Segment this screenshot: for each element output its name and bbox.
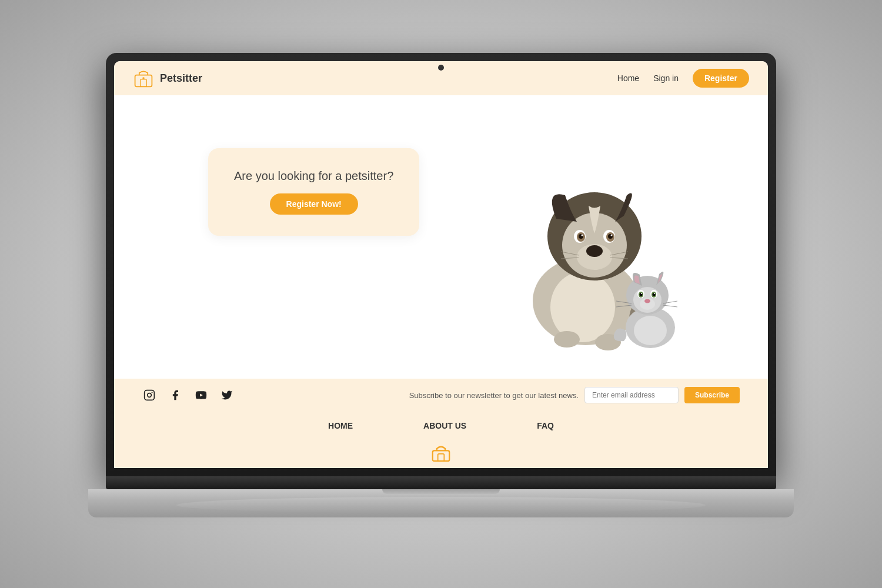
footer-logo-area	[114, 440, 768, 468]
laptop-frame: Petsitter Home Sign in Register Are you …	[88, 53, 794, 535]
svg-point-4	[550, 272, 615, 342]
svg-rect-44	[433, 450, 449, 461]
newsletter-label: Subscribe to our newsletter to get our l…	[409, 391, 579, 400]
instagram-icon[interactable]	[142, 388, 156, 402]
nav-area: Home Sign in Register	[617, 69, 749, 88]
svg-point-15	[582, 235, 583, 236]
laptop-body: Petsitter Home Sign in Register Are you …	[106, 53, 776, 476]
logo-area: Petsitter	[133, 68, 202, 89]
laptop-hinge	[106, 476, 776, 489]
svg-rect-41	[145, 390, 155, 400]
social-icons	[142, 388, 234, 402]
logo-icon	[133, 68, 154, 89]
pet-image-area	[474, 107, 697, 354]
logo-text: Petsitter	[160, 72, 202, 85]
svg-rect-45	[438, 454, 445, 461]
svg-point-17	[554, 331, 580, 348]
svg-point-24	[644, 299, 650, 303]
svg-rect-0	[135, 75, 152, 87]
email-input[interactable]	[584, 387, 679, 403]
footer-nav: HOME ABOUT US FAQ	[114, 412, 768, 440]
newsletter-area: Subscribe to our newsletter to get our l…	[409, 387, 740, 403]
footer-nav-faq[interactable]: FAQ	[537, 421, 554, 430]
svg-point-43	[152, 392, 153, 393]
svg-point-20	[634, 316, 667, 345]
register-button[interactable]: Register	[693, 69, 749, 88]
webcam	[438, 65, 444, 71]
footer-nav-home[interactable]: HOME	[328, 421, 353, 430]
hero-tagline: Are you looking for a petsitter?	[234, 169, 393, 183]
svg-rect-1	[141, 79, 147, 87]
svg-line-36	[663, 305, 677, 307]
footer-logo-icon	[430, 443, 452, 462]
screen: Petsitter Home Sign in Register Are you …	[114, 61, 768, 468]
footer-top: Subscribe to our newsletter to get our l…	[114, 379, 768, 412]
trackpad-notch	[382, 489, 500, 494]
hero-card: Are you looking for a petsitter? Registe…	[208, 148, 419, 236]
nav-signin[interactable]: Sign in	[653, 74, 679, 83]
svg-point-42	[148, 393, 152, 397]
laptop-reflection	[176, 497, 706, 513]
twitter-icon[interactable]	[220, 388, 234, 402]
facebook-icon[interactable]	[168, 388, 182, 402]
svg-point-2	[142, 77, 145, 79]
svg-point-32	[654, 293, 655, 294]
main-content: Are you looking for a petsitter? Registe…	[114, 95, 768, 379]
subscribe-button[interactable]: Subscribe	[684, 387, 740, 403]
pets-illustration	[480, 119, 691, 354]
svg-point-31	[641, 293, 642, 294]
footer: Subscribe to our newsletter to get our l…	[114, 379, 768, 468]
svg-point-8	[586, 245, 603, 257]
laptop-bezel: Petsitter Home Sign in Register Are you …	[114, 61, 768, 468]
footer-nav-about[interactable]: ABOUT US	[423, 421, 466, 430]
nav-home[interactable]: Home	[617, 74, 639, 83]
laptop-base	[88, 489, 794, 517]
youtube-icon[interactable]	[194, 388, 208, 402]
register-now-button[interactable]: Register Now!	[270, 193, 358, 215]
svg-point-16	[611, 235, 613, 236]
